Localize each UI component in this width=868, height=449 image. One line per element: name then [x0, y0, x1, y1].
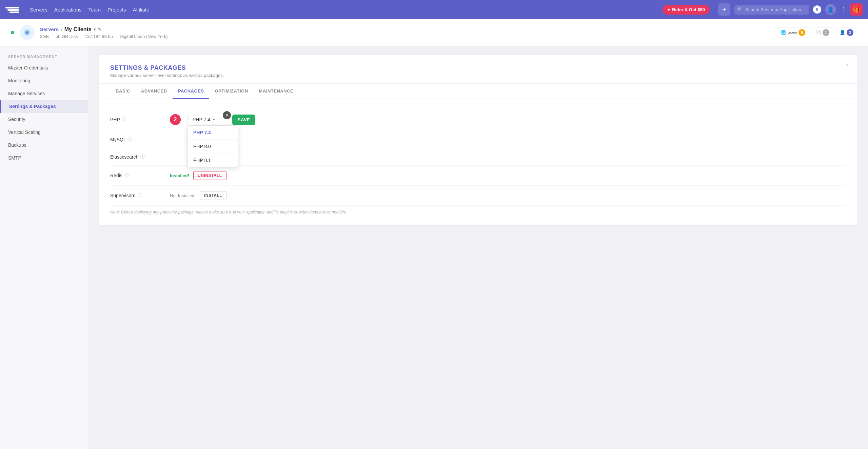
tab-packages[interactable]: PACKAGES: [173, 84, 210, 99]
edit-server-name-icon[interactable]: ✎: [98, 27, 102, 32]
supervisord-controls: Not Installed! INSTALL: [170, 191, 226, 200]
server-icon: [20, 25, 35, 40]
server-name: My Clients ▾ ✎: [64, 26, 102, 33]
php-dropdown-menu: PHP 7.4 PHP 8.0 PHP 8.1: [188, 125, 238, 167]
chevron-down-icon: ▾: [213, 118, 215, 122]
svg-point-5: [26, 32, 28, 34]
tab-advanced[interactable]: ADVANCED: [136, 84, 173, 99]
breadcrumb-sep: ›: [61, 27, 62, 32]
supervisord-status: Not Installed!: [170, 193, 196, 198]
redis-status: Installed!: [170, 173, 189, 178]
php-package-row: PHP ⓘ 1 ✕ PHP 7.4 ▾: [110, 108, 846, 131]
settings-title: SETTINGS & PACKAGES: [110, 64, 846, 72]
php-label: PHP ⓘ: [110, 117, 164, 123]
step-badge-2: 2: [170, 114, 181, 125]
nav-applications[interactable]: Applications: [54, 7, 82, 13]
redis-info-icon[interactable]: ⓘ: [124, 172, 129, 179]
supervisord-info-icon[interactable]: ⓘ: [138, 192, 142, 199]
search-wrapper: 🔍: [734, 5, 809, 15]
settings-subtitle: Manage various server-level settings as …: [110, 73, 846, 78]
refer-button[interactable]: ♥ Refer & Get $50: [663, 5, 710, 15]
www-stat-badge[interactable]: 🌐 www 5: [777, 27, 809, 38]
search-input[interactable]: [734, 5, 809, 15]
breadcrumb: Servers › My Clients ▾ ✎: [40, 26, 168, 33]
tab-optimization[interactable]: OPTIMIZATION: [209, 84, 253, 99]
sidebar: Server Management Master Credentials Mon…: [0, 46, 88, 449]
php-option-74[interactable]: PHP 7.4: [188, 126, 238, 140]
server-info: Servers › My Clients ▾ ✎ 2GB 50 GB Disk …: [40, 26, 168, 39]
heart-icon: ♥: [667, 7, 670, 12]
php-option-81[interactable]: PHP 8.1: [188, 154, 238, 167]
php-info-icon[interactable]: ⓘ: [122, 117, 126, 123]
server-header-right: 🌐 www 5 📄 1 👤 2: [777, 27, 857, 38]
www-count: 5: [798, 29, 805, 36]
www-icon: 🌐: [781, 30, 786, 35]
sidebar-item-backups[interactable]: Backups: [0, 139, 88, 151]
logo[interactable]: [5, 5, 19, 14]
gift-button[interactable]: 🎁: [850, 3, 863, 16]
close-dropdown-icon[interactable]: ✕: [223, 111, 231, 119]
sidebar-section-label: Server Management: [0, 55, 88, 59]
svg-rect-1: [7, 9, 19, 11]
more-options-button[interactable]: ⋮: [840, 6, 846, 13]
users-stat-badge[interactable]: 👤 2: [836, 27, 857, 38]
php-version-dropdown[interactable]: PHP 7.4 ▾: [188, 114, 228, 125]
supervisord-install-button[interactable]: INSTALL: [200, 191, 226, 200]
notification-badge[interactable]: 0: [813, 5, 821, 14]
elasticsearch-info-icon[interactable]: ⓘ: [140, 154, 145, 160]
nav-right: ♥ Refer & Get $50 + 🔍 0 👤 ⋮ 🎁: [663, 3, 863, 16]
main-layout: Server Management Master Credentials Mon…: [0, 46, 868, 449]
server-ram: 2GB: [40, 34, 49, 39]
elasticsearch-label: Elasticsearch ⓘ: [110, 154, 164, 160]
divider: [714, 3, 714, 16]
sidebar-item-smtp[interactable]: SMTP: [0, 151, 88, 164]
sidebar-item-monitoring[interactable]: Monitoring: [0, 74, 88, 87]
top-navigation: Servers Applications Team Projects Affil…: [0, 0, 868, 19]
nav-team[interactable]: Team: [88, 7, 101, 13]
user-avatar[interactable]: 👤: [825, 4, 836, 15]
php-dropdown-wrapper: ✕ PHP 7.4 ▾ PHP 7.4 PHP 8.0 PHP 8.1: [188, 114, 228, 125]
tab-basic[interactable]: BASIC: [110, 84, 136, 99]
nav-servers[interactable]: Servers: [30, 7, 47, 13]
supervisord-label: Supervisord ⓘ: [110, 192, 164, 199]
server-disk: 50 GB Disk: [56, 34, 78, 39]
server-name-chevron[interactable]: ▾: [94, 27, 96, 32]
files-count: 1: [823, 29, 829, 36]
server-specs: 2GB 50 GB Disk 137.184.98.65 DigitalOcea…: [40, 34, 168, 39]
sidebar-item-security[interactable]: Security: [0, 113, 88, 126]
redis-label: Redis ⓘ: [110, 172, 164, 179]
files-stat-badge[interactable]: 📄 1: [812, 27, 833, 38]
php-option-80[interactable]: PHP 8.0: [188, 140, 238, 154]
sidebar-item-vertical-scaling[interactable]: Vertical Scaling: [0, 126, 88, 139]
svg-rect-0: [5, 7, 19, 8]
packages-body: PHP ⓘ 1 ✕ PHP 7.4 ▾: [99, 99, 857, 225]
redis-controls: Installed! UNINSTALL: [170, 171, 226, 180]
packages-note: Note: Before deploying any particular pa…: [110, 206, 846, 216]
files-icon: 📄: [815, 30, 821, 35]
nav-projects[interactable]: Projects: [107, 7, 126, 13]
supervisord-package-row: Supervisord ⓘ Not Installed! INSTALL: [110, 186, 846, 206]
server-provider: DigitalOcean (New York): [120, 34, 168, 39]
server-header: Servers › My Clients ▾ ✎ 2GB 50 GB Disk …: [0, 19, 868, 46]
sidebar-item-manage-services[interactable]: Manage Services: [0, 87, 88, 100]
tab-maintenance[interactable]: MAINTENANCE: [254, 84, 299, 99]
sidebar-item-master-credentials[interactable]: Master Credentials: [0, 61, 88, 74]
mysql-info-icon[interactable]: ⓘ: [128, 137, 133, 143]
www-label: www: [788, 30, 797, 35]
help-icon[interactable]: ?: [845, 63, 849, 70]
users-count: 2: [847, 29, 853, 36]
settings-card: SETTINGS & PACKAGES Manage various serve…: [99, 55, 857, 226]
svg-rect-2: [9, 12, 19, 13]
breadcrumb-servers[interactable]: Servers: [40, 26, 59, 32]
settings-card-header: SETTINGS & PACKAGES Manage various serve…: [99, 55, 857, 84]
server-status-dot: [11, 31, 14, 34]
php-save-button[interactable]: SAVE: [232, 115, 255, 125]
add-button[interactable]: +: [718, 3, 730, 16]
users-icon: 👤: [840, 30, 845, 35]
redis-package-row: Redis ⓘ Installed! UNINSTALL: [110, 166, 846, 186]
nav-affiliate[interactable]: Affiliate: [133, 7, 149, 13]
content-area: SETTINGS & PACKAGES Manage various serve…: [88, 46, 868, 449]
server-ip: 137.184.98.65: [85, 34, 113, 39]
redis-uninstall-button[interactable]: UNINSTALL: [193, 171, 226, 180]
sidebar-item-settings-packages[interactable]: Settings & Packages: [0, 100, 88, 113]
